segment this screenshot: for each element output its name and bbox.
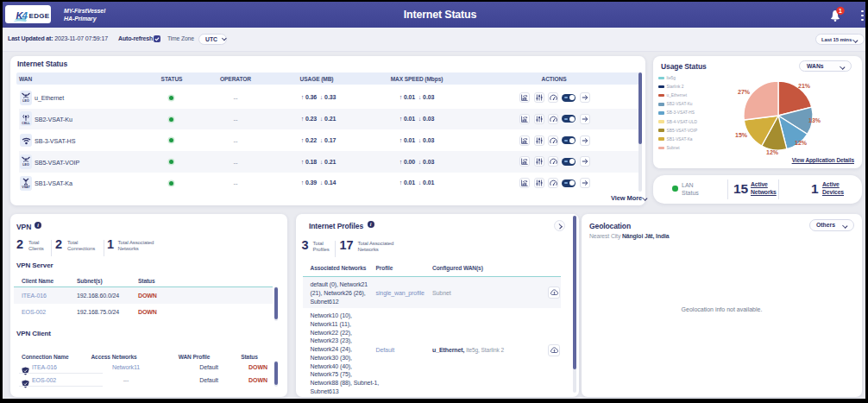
svg-text:1: 1: [839, 8, 842, 14]
